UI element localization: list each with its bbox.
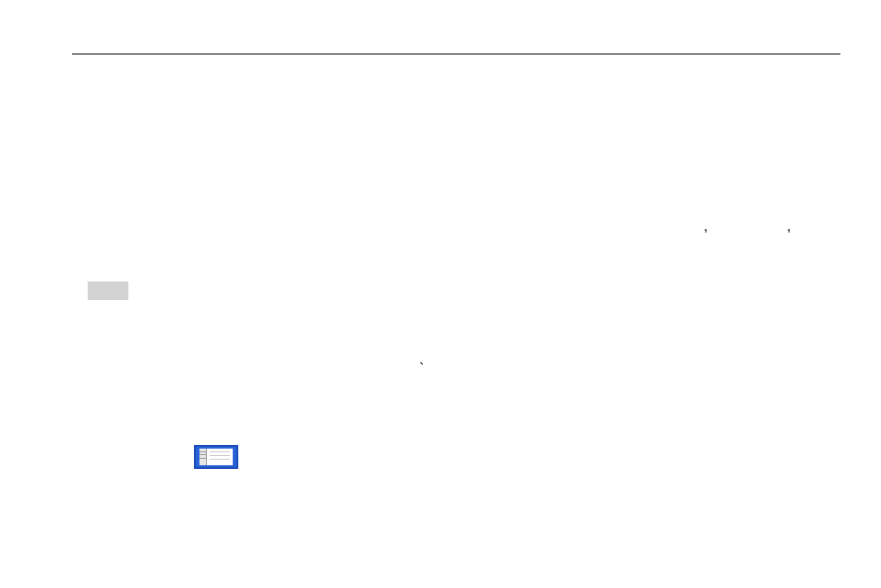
highlight-box (88, 282, 128, 300)
punctuation-mark: , (704, 218, 707, 234)
notebook-icon[interactable] (194, 445, 238, 469)
header-divider (72, 54, 840, 54)
punctuation-mark: , (787, 218, 790, 234)
punctuation-mark: ` (419, 361, 424, 378)
